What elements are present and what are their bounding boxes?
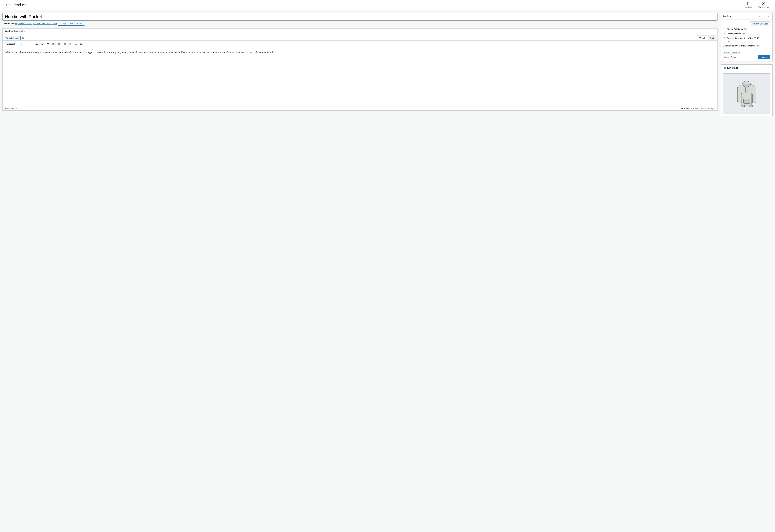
media-icon [6,36,8,40]
activity-label: Activity [745,6,752,8]
published-on-value: May 8, 2024 at 23:45 [740,37,759,39]
hoodie-icon [733,79,760,108]
move-down-icon[interactable] [762,15,766,18]
bullet-list-button[interactable] [34,42,39,46]
clock-icon [762,2,765,6]
pin-icon [723,28,726,31]
svg-rect-13 [80,44,81,45]
last-edited: Last edited on May 8, 2024 at 11:46 pm [680,107,715,110]
publish-panel: Publish Preview Changes Status: Publishe… [721,13,773,61]
visibility-label: Visibility: [727,33,735,35]
page-title: Edit Product [6,3,26,7]
link-button[interactable] [68,42,73,46]
bold-button[interactable] [23,42,28,46]
finish-setup-label: Finish setup [758,6,769,8]
permalink-row: Permalink: https://hifinow.art/?product=… [4,22,718,26]
permalink-label: Permalink: [4,22,15,25]
top-bar: Edit Product Activity Finish setup [0,0,775,10]
svg-rect-10 [80,44,81,44]
description-paragraph: Pellentesque habitant morbi tristique se… [5,50,715,55]
add-media-label: Add Media [9,37,19,39]
panel-title: Product description [5,30,25,33]
svg-rect-19 [749,105,752,107]
flag-icon [747,2,750,6]
edit-visibility-link[interactable]: Edit [742,33,745,35]
align-center-button[interactable] [56,42,62,46]
tab-visual[interactable]: Visual [697,35,707,40]
copy-to-draft-link[interactable]: Copy to a new draft [723,51,740,54]
italic-button[interactable] [29,42,34,46]
toolbar-toggle-button[interactable] [79,42,84,46]
move-up-icon[interactable] [758,66,762,70]
product-image-title: Product image [723,67,738,69]
calendar-icon [723,37,726,40]
svg-point-0 [749,2,750,2]
move-to-trash-link[interactable]: Move to Trash [723,56,736,58]
svg-point-4 [36,44,36,44]
move-up-icon[interactable] [758,15,762,18]
readmore-button[interactable] [73,42,78,46]
move-down-icon[interactable] [762,66,766,70]
svg-point-5 [36,44,36,45]
preview-changes-button[interactable]: Preview Changes [750,22,770,26]
side-column: Publish Preview Changes Status: Publishe… [721,13,773,119]
numbered-list-button[interactable]: 123 [40,42,45,46]
edit-date-link[interactable]: Edit [727,40,730,42]
top-actions: Activity Finish setup [745,2,769,8]
align-right-button[interactable] [62,42,67,46]
published-on-label: Published on: [727,37,739,39]
collapse-icon[interactable] [767,15,770,18]
tab-text[interactable]: Text [708,35,716,40]
svg-rect-12 [82,44,82,44]
main-column: Permalink: https://hifinow.art/?product=… [2,13,718,119]
blockquote-button[interactable] [45,42,51,46]
svg-rect-17 [723,37,725,39]
product-title-input[interactable] [2,13,718,21]
product-image-panel: Product image [721,64,773,116]
catalog-value: Hidden, Featured [738,45,755,47]
svg-point-16 [724,33,724,34]
product-description-panel: Product description Add Media ? Visual T… [2,28,718,111]
word-count: Word count: 41 [5,107,18,110]
editor-top-toolbar: Add Media ? Visual Text [3,34,717,41]
svg-rect-14 [81,44,81,45]
permalink-url[interactable]: https://hifinow.art/?product=hoodie-with… [15,22,57,25]
paragraph-select[interactable]: Paragraph [4,42,22,46]
update-button[interactable]: Update [758,55,770,59]
status-label: Status: [727,28,733,30]
svg-rect-9 [80,43,82,43]
panel-header: Product description [3,29,717,34]
format-toolbar: Paragraph 123 [3,41,717,47]
eye-icon [723,32,726,35]
activity-button[interactable]: Activity [745,2,752,8]
add-media-button[interactable]: Add Media [4,36,21,40]
svg-text:3: 3 [41,44,42,45]
svg-rect-18 [741,105,744,107]
publish-title: Publish [723,15,731,18]
status-value: Published [734,28,743,30]
change-permalink-button[interactable]: Change Permalink Structure [58,22,85,26]
collapse-icon[interactable] [767,66,770,70]
product-image[interactable] [723,73,770,114]
edit-catalog-link[interactable]: Edit [755,45,759,47]
help-icon[interactable]: ? [22,37,24,39]
svg-rect-15 [82,44,82,45]
editor-statusbar: Word count: 41 Last edited on May 8, 202… [3,106,717,110]
svg-point-3 [36,43,36,44]
svg-rect-11 [81,44,81,44]
visibility-value: Public [735,33,741,35]
align-left-button[interactable] [51,42,56,46]
finish-setup-button[interactable]: Finish setup [758,2,769,8]
edit-status-link[interactable]: Edit [744,28,747,30]
catalog-label: Catalog visibility: [723,45,738,47]
content-wrap: Permalink: https://hifinow.art/?product=… [0,10,775,122]
editor-content[interactable]: Pellentesque habitant morbi tristique se… [3,47,717,106]
